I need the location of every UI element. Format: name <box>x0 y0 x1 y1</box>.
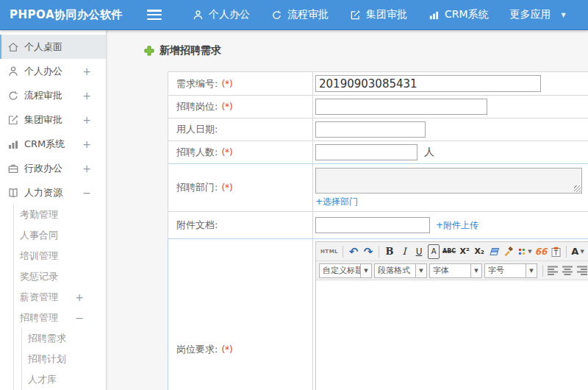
nav-label: 个人办公 <box>209 8 250 21</box>
sidebar-item-label: 招聘管理 <box>20 311 58 325</box>
process-icon <box>271 10 282 21</box>
page-title: 新增招聘需求 <box>144 44 221 57</box>
sidebar-item-personal-office[interactable]: 个人办公 + <box>0 59 106 83</box>
subscript-button[interactable]: X₂ <box>473 244 485 259</box>
required-mark: (*) <box>221 102 232 112</box>
collapse-icon[interactable]: − <box>75 312 84 324</box>
expand-icon[interactable]: + <box>82 163 91 174</box>
font-size-dropdown[interactable]: 字号 ▼ <box>484 263 537 278</box>
person-icon <box>193 10 204 21</box>
expand-icon[interactable]: + <box>75 291 84 303</box>
sidebar-item-salary[interactable]: 薪资管理 + <box>14 287 106 308</box>
expand-icon[interactable]: + <box>82 65 91 77</box>
bar-chart-icon <box>7 138 19 150</box>
nav-personal-office[interactable]: 个人办公 <box>193 8 250 21</box>
sidebar-item-recruit-demand[interactable]: 招聘需求 <box>22 328 106 349</box>
caret-down-icon[interactable]: ▼ <box>526 263 537 278</box>
sidebar-item-admin-office[interactable]: 行政办公 + <box>0 156 106 180</box>
field-value-cell <box>313 72 588 95</box>
dropdown-value: 字体 <box>429 263 471 278</box>
toolbar-separator <box>566 246 567 258</box>
nav-more-apps[interactable]: 更多应用 ▼ <box>510 8 566 21</box>
paste-text-icon[interactable]: T <box>550 244 562 259</box>
sidebar-item-attendance[interactable]: 考勤管理 <box>14 205 106 225</box>
undo-icon[interactable]: ↶ <box>348 244 359 259</box>
sidebar: 个人桌面 个人办公 + 流程审批 + 集团审批 + CRM系统 + 行政办公 + <box>0 30 107 390</box>
bold-button[interactable]: B <box>384 244 395 259</box>
hire-date-input[interactable] <box>315 121 426 138</box>
sidebar-item-talent-pool[interactable]: 人才库 <box>22 369 106 390</box>
sidebar-item-label: 招聘计划 <box>28 352 66 366</box>
upload-attachment-link[interactable]: +附件上传 <box>436 219 478 232</box>
sidebar-item-recruit-plan[interactable]: 招聘计划 <box>22 349 106 369</box>
position-input[interactable] <box>315 99 487 115</box>
html-source-button[interactable]: HTML <box>320 244 338 259</box>
redo-icon[interactable]: ↷ <box>362 244 374 259</box>
required-mark: (*) <box>221 344 232 355</box>
sidebar-item-workflow-approval[interactable]: 流程审批 + <box>0 83 106 107</box>
field-value-cell <box>313 96 588 118</box>
collapse-icon[interactable]: − <box>82 187 91 199</box>
editor-content-area[interactable] <box>316 280 588 390</box>
form-row-requirements: 岗位要求: (*) HTML ↶ ↷ B I U <box>168 238 588 390</box>
edit-square-icon <box>350 10 361 21</box>
main-content: 新增招聘需求 需求编号: (*) 招聘岗位: (*) <box>107 30 588 390</box>
sidebar-item-recruit-mgmt[interactable]: 招聘管理 − <box>14 308 106 328</box>
field-label: 招聘人数: <box>176 146 218 159</box>
required-mark: (*) <box>221 147 232 157</box>
resize-grip-icon[interactable] <box>574 185 581 192</box>
font-style-button[interactable]: A <box>428 244 440 259</box>
caret-down-icon: ▼ <box>562 12 566 18</box>
sidebar-item-training[interactable]: 培训管理 <box>14 246 106 266</box>
paragraph-format-dropdown[interactable]: 段落格式 ▼ <box>374 263 427 278</box>
sidebar-item-crm[interactable]: CRM系统 + <box>0 132 106 156</box>
sidebar-item-label: 集团审批 <box>24 113 62 127</box>
form-row-position: 招聘岗位: (*) <box>168 95 588 118</box>
department-textarea[interactable] <box>315 168 582 194</box>
nav-crm-system[interactable]: CRM系统 <box>429 8 489 21</box>
sidebar-item-desktop[interactable]: 个人桌面 <box>0 35 106 59</box>
superscript-button[interactable]: X² <box>459 244 470 259</box>
form-row-attachment: 附件文档: +附件上传 <box>168 211 588 238</box>
color-palette-icon[interactable]: ▼ <box>517 244 531 259</box>
demand-no-input[interactable] <box>315 75 541 92</box>
align-center-icon[interactable] <box>562 263 574 278</box>
format-brush-icon[interactable] <box>503 244 514 259</box>
field-value-cell <box>313 118 588 141</box>
blockquote-button[interactable]: 66 <box>535 244 548 259</box>
field-label-cell: 用人日期: <box>168 118 313 141</box>
font-color-button[interactable]: A ▼ <box>571 244 584 259</box>
strikethrough-button[interactable]: ABC <box>442 244 456 259</box>
sidebar-item-hr-contract[interactable]: 人事合同 <box>14 225 106 246</box>
app-logo[interactable]: PHPOA协同办公软件 <box>0 8 137 22</box>
expand-icon[interactable]: + <box>82 114 91 126</box>
nav-label: 更多应用 <box>510 8 551 21</box>
italic-button[interactable]: I <box>398 244 410 259</box>
headcount-input[interactable] <box>315 144 417 160</box>
sidebar-item-label: 个人桌面 <box>24 40 62 54</box>
attachment-input[interactable] <box>315 217 430 233</box>
expand-icon[interactable]: + <box>82 90 91 102</box>
nav-workflow-approval[interactable]: 流程审批 <box>271 8 329 21</box>
custom-title-dropdown[interactable]: 自定义标题 ▼ <box>319 263 372 278</box>
underline-button[interactable]: U <box>413 244 425 259</box>
menu-toggle-icon[interactable] <box>147 10 162 20</box>
align-left-icon[interactable] <box>548 263 559 278</box>
caret-down-icon[interactable]: ▼ <box>361 263 372 278</box>
sidebar-item-hr[interactable]: 人力资源 − <box>0 180 106 205</box>
font-family-dropdown[interactable]: 字体 ▼ <box>429 263 482 278</box>
caret-down-icon[interactable]: ▼ <box>471 263 482 278</box>
caret-down-icon[interactable]: ▼ <box>416 263 427 278</box>
sidebar-item-rewards[interactable]: 奖惩记录 <box>14 266 106 287</box>
nav-group-approval[interactable]: 集团审批 <box>350 8 407 21</box>
expand-icon[interactable]: + <box>82 138 91 150</box>
required-mark: (*) <box>221 79 232 89</box>
sidebar-item-label: 招聘需求 <box>28 332 66 345</box>
toolbar-separator <box>379 246 379 258</box>
select-department-link[interactable]: +选择部门 <box>315 196 358 207</box>
align-right-icon[interactable] <box>577 263 588 278</box>
eraser-icon[interactable] <box>488 244 500 259</box>
rich-text-editor: HTML ↶ ↷ B I U A ABC X² X₂ <box>315 241 588 390</box>
dropdown-value: 字号 <box>484 263 526 278</box>
sidebar-item-group-approval[interactable]: 集团审批 + <box>0 107 106 132</box>
